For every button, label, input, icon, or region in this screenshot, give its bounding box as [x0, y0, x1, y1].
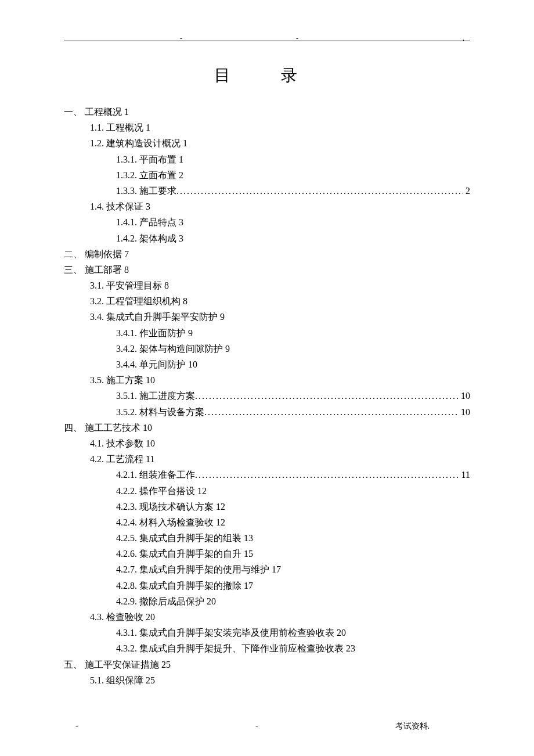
toc-entry: 4.2.9. 撤除后成品保护 20	[116, 593, 470, 609]
toc-entry: 5.1. 组织保障 25	[90, 672, 470, 688]
toc-entry: 4.2.4. 材料入场检查验收 12	[116, 514, 470, 530]
toc-entry: 3.4.4. 单元间防护 10	[116, 357, 470, 372]
toc-entry: 1.4.2. 架体构成 3	[116, 231, 470, 246]
toc-dots	[195, 467, 459, 483]
toc-entry-label: 3.5.2. 材料与设备方案	[116, 404, 204, 420]
toc-entry: 3.5.2. 材料与设备方案10	[116, 404, 470, 420]
toc-entry: 3.4.1. 作业面防护 9	[116, 325, 470, 341]
toc-entry: 3.2. 工程管理组织机构 8	[90, 293, 470, 309]
toc-entry: 3.5.1. 施工进度方案10	[116, 388, 470, 404]
toc-entry: 3.1. 平安管理目标 8	[90, 278, 470, 293]
toc-dots	[176, 183, 463, 199]
toc-entry: 4.3.2. 集成式自升脚手架提升、下降作业前应检查验收表 23	[116, 640, 470, 656]
toc-entry: 五、 施工平安保证措施 25	[64, 657, 470, 672]
toc-entry: 3.4. 集成式自升脚手架平安防护 9	[90, 309, 470, 325]
toc-entry: 4.2. 工艺流程 11	[90, 451, 470, 467]
toc-entry: 1.4.1. 产品特点 3	[116, 214, 470, 230]
toc-entry: 3.4.2. 架体与构造间隙防护 9	[116, 341, 470, 357]
toc-entry-label: 3.5.1. 施工进度方案	[116, 388, 195, 404]
toc-entry: 4.2.7. 集成式自升脚手架的使用与维护 17	[116, 561, 470, 577]
header-rule: -	[64, 41, 470, 41]
toc-dots	[195, 388, 459, 404]
toc-entry: 4.1. 技术参数 10	[90, 435, 470, 451]
footer-text: 考试资料.	[395, 721, 430, 732]
toc-entry: 1.4. 技术保证 3	[90, 199, 470, 214]
toc-page-number: 10	[459, 404, 470, 420]
toc-entry: 三、 施工部署 8	[64, 262, 470, 278]
toc-entry: 1.3.3. 施工要求2	[116, 183, 470, 199]
toc-entry: 4.2.6. 集成式自升脚手架的自升 15	[116, 546, 470, 561]
toc-dots	[204, 404, 459, 420]
toc-entry: 4.2.1. 组装准备工作11	[116, 467, 470, 483]
toc-page-number: 11	[459, 467, 470, 483]
toc-entry: 一、 工程概况 1	[64, 104, 470, 120]
toc-entry: 1.3.1. 平面布置 1	[116, 152, 470, 167]
toc-entry: 4.2.3. 现场技术确认方案 12	[116, 499, 470, 514]
toc-entry: 4.3.1. 集成式自升脚手架安装完毕及使用前检查验收表 20	[116, 625, 470, 640]
toc-entry: 1.1. 工程概况 1	[90, 120, 470, 135]
toc-entry: 4.2.2. 操作平台搭设 12	[116, 483, 470, 499]
toc-entry-label: 1.3.3. 施工要求	[116, 183, 176, 199]
toc-page-number: 10	[459, 388, 470, 404]
toc-list: 一、 工程概况 11.1. 工程概况 11.2. 建筑构造设计概况 11.3.1…	[64, 104, 470, 688]
toc-title: 目 录	[64, 64, 470, 87]
toc-entry: 1.2. 建筑构造设计概况 1	[90, 135, 470, 151]
toc-entry: 1.3.2. 立面布置 2	[116, 167, 470, 183]
toc-entry: 4.2.5. 集成式自升脚手架的组装 13	[116, 530, 470, 546]
toc-entry: 四、 施工工艺技术 10	[64, 420, 470, 435]
toc-entry: 3.5. 施工方案 10	[90, 372, 470, 388]
toc-entry: 二、 编制依据 7	[64, 246, 470, 262]
toc-entry-label: 4.2.1. 组装准备工作	[116, 467, 195, 483]
toc-entry: 4.2.8. 集成式自升脚手架的撤除 17	[116, 578, 470, 593]
toc-entry: 4.3. 检查验收 20	[90, 609, 470, 625]
toc-page-number: 2	[463, 183, 470, 199]
